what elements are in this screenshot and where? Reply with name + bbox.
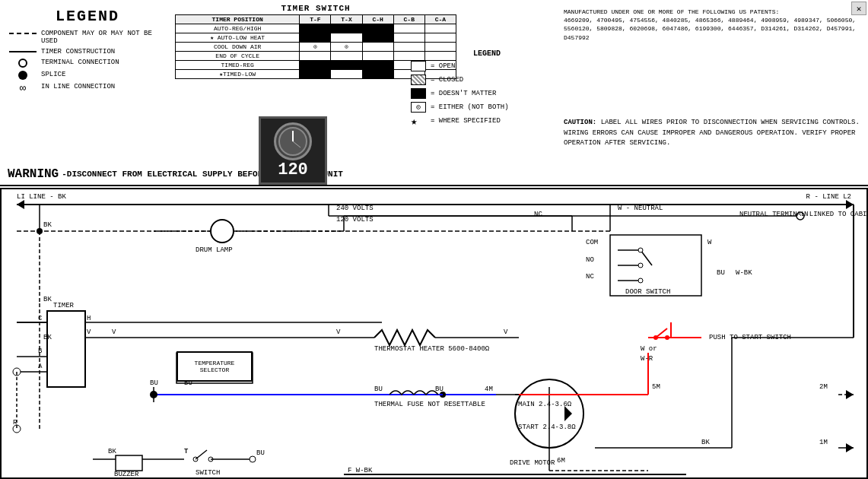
table-cell: [300, 33, 331, 43]
svg-marker-5: [846, 200, 854, 209]
table-cell: [300, 61, 331, 70]
bk-label-1: BK: [43, 221, 52, 229]
timer-switch-label: TIMER SWITCH: [175, 4, 456, 13]
tl-star: ★ = WHERE SPECIFIED: [411, 116, 563, 126]
doesnt-matter-symbol: [411, 88, 426, 99]
r-line-label: R - LINE L2: [806, 193, 851, 201]
w-r-label: W-R: [641, 355, 653, 363]
bu-wire-label: BU: [374, 385, 383, 393]
1m-label: 1M: [819, 439, 828, 446]
v-terminal: V: [87, 328, 91, 336]
closed-symbol: [411, 75, 426, 85]
row-label: ★ AUTO-LOW HEAT: [176, 33, 300, 43]
temperature-selector-box: TEMPERATURE SELECTOR: [176, 351, 253, 382]
table-row: AUTO-REG/HIGH: [176, 24, 456, 33]
patents-numbers: 4669209, 4700495, 4754556, 4840285, 4865…: [564, 17, 856, 40]
drum-lamp-label: DRUM LAMP: [196, 246, 233, 254]
r-terminal: R: [13, 419, 17, 427]
no-label: NO: [586, 256, 594, 264]
svg-point-24: [638, 248, 643, 252]
legend-text-splice: SPLICE: [41, 71, 65, 78]
table-cell: [300, 24, 331, 33]
nc-label: NC: [534, 211, 542, 218]
buzzer-label: BUZZER: [114, 471, 138, 478]
5m-label: 5M: [652, 383, 660, 391]
legend-box: LEGEND COMPONENT MAY OR MAY NOT BE USED …: [8, 8, 167, 97]
open-symbol: [411, 61, 426, 71]
legend-items: COMPONENT MAY OR MAY NOT BE USED TIMER C…: [8, 30, 167, 94]
h-terminal: H: [87, 315, 91, 322]
thermal-fuse-label: THERMAL FUSE NOT RESETTABLE: [374, 401, 473, 408]
c-terminal: C: [38, 315, 42, 322]
warning-word: WARNING: [8, 167, 59, 181]
tl-either: ⊙ = EITHER (NOT BOTH): [411, 102, 563, 113]
caution-text: CAUTION: LABEL ALL WIRES PRIOR TO DISCON…: [564, 118, 860, 149]
col-cb: C-B: [393, 15, 424, 24]
svg-rect-27: [47, 311, 85, 387]
table-cell: ⊙: [300, 43, 331, 52]
table-legend: LEGEND = OPEN = CLOSED = DOESN'T MATTER …: [411, 49, 563, 129]
bk-right-label: BK: [701, 439, 710, 446]
table-cell: [300, 70, 331, 79]
drive-motor-label: DRIVE MOTOR: [510, 459, 555, 467]
tl-doesnt-matter: = DOESN'T MATTER: [411, 88, 563, 99]
caution-body: LABEL ALL WIRES PRIOR TO DISCONNECTION W…: [564, 119, 860, 147]
svg-point-26: [638, 278, 643, 283]
meter-dial: [274, 122, 312, 160]
legend-item-dashed: COMPONENT MAY OR MAY NOT BE USED: [8, 30, 167, 45]
row-label: ★TIMED-LOW: [176, 70, 300, 79]
table-row: ★ AUTO-LOW HEAT: [176, 33, 456, 43]
tl-closed: = CLOSED: [411, 75, 563, 85]
door-switch-label: DOOR SWITCH: [625, 288, 670, 296]
main-motor-label: MAIN 2.4-3.6Ω: [518, 401, 550, 408]
svg-marker-62: [846, 443, 854, 452]
table-cell: [362, 61, 393, 70]
top-section: LEGEND COMPONENT MAY OR MAY NOT BE USED …: [0, 0, 868, 186]
start-motor-label: START 2.4-3.8Ω: [518, 423, 550, 431]
2m-label: 2M: [819, 383, 828, 391]
table-cell: [362, 52, 393, 61]
volts-240-label: 240 VOLTS: [336, 205, 374, 212]
legend-item-terminal: TERMINAL CONNECTION: [8, 59, 167, 68]
w-neutral-label: W - NEUTRAL: [618, 205, 663, 212]
svg-point-13: [37, 228, 43, 234]
bu-left-label: BU: [150, 379, 158, 387]
legend-text-inline: IN LINE CONNECTION: [41, 83, 115, 90]
open-label: = OPEN: [431, 62, 455, 70]
legend-text-solid: TIMER CONSTRUCTION: [41, 48, 115, 56]
either-label: = EITHER (NOT BOTH): [431, 103, 509, 111]
volts-120-label: 120 VOLTS: [336, 216, 374, 224]
legend-text-dashed: COMPONENT MAY OR MAY NOT BE USED: [41, 30, 167, 45]
com-label: COM: [586, 239, 598, 246]
tl-open: = OPEN: [411, 61, 563, 71]
either-symbol: ⊙: [411, 102, 426, 113]
meter-display: 120: [259, 116, 327, 185]
table-cell: [362, 33, 393, 43]
wiring-inner: LI LINE - BK R - LINE L2 240 VOLTS 120 V…: [2, 189, 866, 477]
w-or-label: W or: [641, 345, 657, 353]
li-line-label: LI LINE - BK: [17, 193, 66, 201]
table-cell: [300, 52, 331, 61]
main-container: ✕ LEGEND COMPONENT MAY OR MAY NOT BE USE…: [0, 0, 868, 479]
timer-pos-header: TIMER POSITION: [176, 15, 300, 24]
patents-header: MANUFACTURED UNDER ONE OR MORE OF THE FO…: [564, 8, 779, 15]
table-cell: [362, 43, 393, 52]
neutral-terminal-label: NEUTRAL TERMINAL LINKED TO CABINET: [739, 211, 861, 220]
caution-title: CAUTION:: [564, 119, 596, 126]
w-bk-label: W-BK: [736, 269, 752, 277]
dashed-line-symbol: [8, 30, 38, 34]
nc-door-label: NC: [586, 273, 594, 281]
bk-bottom-label: BK: [108, 448, 116, 455]
svg-point-25: [638, 263, 643, 268]
svg-marker-4: [17, 200, 24, 209]
col-tx: T-X: [331, 15, 362, 24]
terminal-symbol: [8, 59, 38, 68]
row-label: AUTO-REG/HIGH: [176, 24, 300, 33]
bu-terminal-label: BU: [256, 449, 265, 457]
col-tf: T-F: [300, 15, 331, 24]
v-wire-label: V: [112, 328, 116, 336]
table-cell: [424, 24, 456, 33]
legend-text-terminal: TERMINAL CONNECTION: [41, 59, 119, 66]
svg-point-70: [250, 456, 256, 462]
table-cell: [393, 24, 424, 33]
